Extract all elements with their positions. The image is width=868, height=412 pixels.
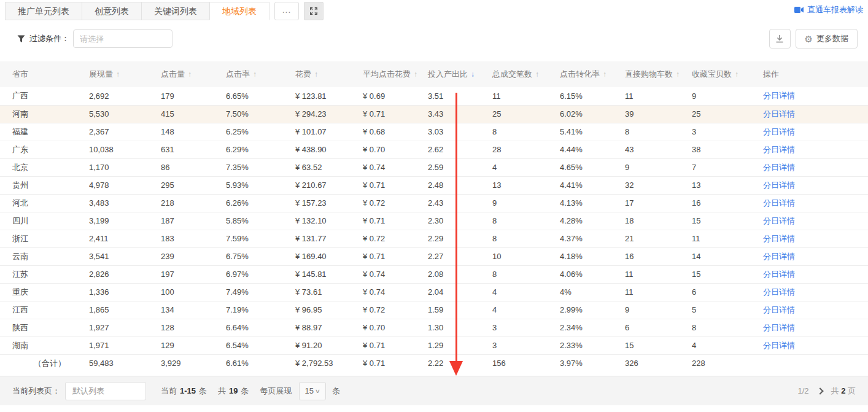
daily-detail-link[interactable]: 分日详情	[763, 163, 795, 172]
tab-3[interactable]: 地域列表	[209, 2, 269, 20]
cell-favorites: 11	[692, 230, 763, 247]
cell-avg-cpc: ¥ 0.68	[363, 123, 428, 141]
cell-ctr: 7.50%	[226, 105, 295, 123]
cell-action: 分日详情	[763, 123, 868, 141]
sort-down-icon: ↓	[471, 70, 475, 79]
cell-clicks: 86	[161, 158, 226, 176]
daily-detail-link[interactable]: 分日详情	[763, 109, 795, 119]
cell-avg-cpc: ¥ 0.71	[363, 176, 428, 194]
cell-carts: 11	[625, 265, 692, 283]
table-header-row: 省市展现量↑点击量↑点击率↑花费↑平均点击花费↑投入产出比↓总成交笔数↑点击转化…	[0, 61, 868, 87]
cell-ctr: 6.26%	[226, 194, 295, 212]
tab-1[interactable]: 创意列表	[82, 2, 142, 20]
cell-clicks: 129	[161, 336, 226, 354]
column-header-cost[interactable]: 花费↑	[295, 61, 363, 87]
column-header-ctr[interactable]: 点击率↑	[226, 61, 295, 87]
cell-cvr: 3.97%	[560, 354, 625, 372]
report-guide-link[interactable]: 直通车报表解读	[794, 4, 863, 15]
list-select-value: 默认列表	[72, 386, 104, 397]
column-header-carts[interactable]: 直接购物车数↑	[625, 61, 692, 87]
cell-carts: 32	[625, 176, 692, 194]
cell-action: 分日详情	[763, 87, 868, 105]
total-pages-unit: 页	[848, 386, 856, 395]
cell-clicks: 100	[161, 283, 226, 301]
download-button[interactable]	[769, 29, 791, 49]
more-data-button[interactable]: ⚙ 更多数据	[796, 29, 858, 49]
column-header-avg-cpc[interactable]: 平均点击花费↑	[363, 61, 428, 87]
daily-detail-link[interactable]: 分日详情	[763, 198, 795, 208]
cell-roi: 1.30	[428, 319, 492, 336]
daily-detail-link[interactable]: 分日详情	[763, 181, 795, 190]
cell-roi: 3.51	[428, 87, 492, 105]
per-page-select[interactable]: 15 ∨	[299, 382, 326, 400]
cell-carts: 16	[625, 247, 692, 265]
cell-action: 分日详情	[763, 105, 868, 123]
cell-orders: 13	[492, 176, 560, 194]
cell-orders: 4	[492, 283, 560, 301]
cell-carts: 18	[625, 212, 692, 230]
cell-favorites: 14	[692, 247, 763, 265]
cell-roi: 1.59	[428, 301, 492, 319]
cell-cvr: 4.06%	[560, 265, 625, 283]
daily-detail-link[interactable]: 分日详情	[763, 287, 795, 297]
tab-0[interactable]: 推广单元列表	[5, 2, 82, 20]
cell-ctr: 6.25%	[226, 123, 295, 141]
current-range-value: 1-15	[180, 386, 196, 395]
column-header-roi[interactable]: 投入产出比↓	[428, 61, 492, 87]
column-header-clicks[interactable]: 点击量↑	[161, 61, 226, 87]
list-select[interactable]: 默认列表	[65, 382, 146, 400]
cell-ctr: 6.75%	[226, 247, 295, 265]
daily-detail-link[interactable]: 分日详情	[763, 323, 795, 332]
cell-orders: 10	[492, 247, 560, 265]
cell-avg-cpc: ¥ 0.69	[363, 87, 428, 105]
sort-up-icon: ↑	[735, 70, 738, 79]
daily-detail-link[interactable]: 分日详情	[763, 127, 795, 136]
cell-avg-cpc: ¥ 0.71	[363, 212, 428, 230]
column-header-cvr[interactable]: 点击转化率↑	[560, 61, 625, 87]
table-row: 江苏2,8261976.97%¥ 145.81¥ 0.742.0884.06%1…	[0, 265, 868, 283]
cell-cost: ¥ 294.23	[295, 105, 363, 123]
cell-cvr: 5.41%	[560, 123, 625, 141]
cell-cost: ¥ 73.61	[295, 283, 363, 301]
column-header-impressions[interactable]: 展现量↑	[89, 61, 161, 87]
cell-cvr: 2.99%	[560, 301, 625, 319]
cell-action: 分日详情	[763, 265, 868, 283]
cell-orders: 25	[492, 105, 560, 123]
table-row: 陕西1,9271286.64%¥ 88.97¥ 0.701.3032.34%68…	[0, 319, 868, 336]
daily-detail-link[interactable]: 分日详情	[763, 145, 795, 154]
cell-avg-cpc: ¥ 0.74	[363, 283, 428, 301]
filter-select-input[interactable]	[73, 29, 172, 48]
fullscreen-button[interactable]	[304, 2, 324, 20]
column-header-orders[interactable]: 总成交笔数↑	[492, 61, 560, 87]
cell-impressions: 2,692	[89, 87, 161, 105]
cell-avg-cpc: ¥ 0.70	[363, 319, 428, 336]
daily-detail-link[interactable]: 分日详情	[763, 234, 795, 243]
cell-cvr: 4.13%	[560, 194, 625, 212]
more-data-label: 更多数据	[816, 33, 848, 44]
daily-detail-link[interactable]: 分日详情	[763, 270, 795, 279]
cell-carts: 21	[625, 230, 692, 247]
daily-detail-link[interactable]: 分日详情	[763, 252, 795, 261]
table-row: 广西2,6921796.65%¥ 123.81¥ 0.693.51116.15%…	[0, 87, 868, 105]
cell-impressions: 59,483	[89, 354, 161, 372]
table-row: 河南5,5304157.50%¥ 294.23¥ 0.713.43256.02%…	[0, 105, 868, 123]
tab-2[interactable]: 关键词列表	[141, 2, 210, 20]
cell-avg-cpc: ¥ 0.72	[363, 194, 428, 212]
cell-impressions: 3,199	[89, 212, 161, 230]
next-page-button[interactable]	[818, 389, 823, 394]
cell-avg-cpc: ¥ 0.72	[363, 230, 428, 247]
more-tabs-button[interactable]: ...	[274, 2, 299, 20]
table-row: 贵州4,9782955.93%¥ 210.67¥ 0.712.48134.41%…	[0, 176, 868, 194]
daily-detail-link[interactable]: 分日详情	[763, 216, 795, 225]
column-header-favorites[interactable]: 收藏宝贝数↑	[692, 61, 763, 87]
sort-up-icon: ↑	[535, 70, 539, 79]
column-header-action: 操作	[763, 61, 868, 87]
daily-detail-link[interactable]: 分日详情	[763, 91, 795, 100]
cell-ctr: 7.19%	[226, 301, 295, 319]
per-page-value: 15	[304, 386, 313, 395]
daily-detail-link[interactable]: 分日详情	[763, 305, 795, 314]
daily-detail-link[interactable]: 分日详情	[763, 341, 795, 350]
cell-ctr: 7.59%	[226, 230, 295, 247]
cell-impressions: 1,865	[89, 301, 161, 319]
cell-ctr: 6.29%	[226, 141, 295, 158]
